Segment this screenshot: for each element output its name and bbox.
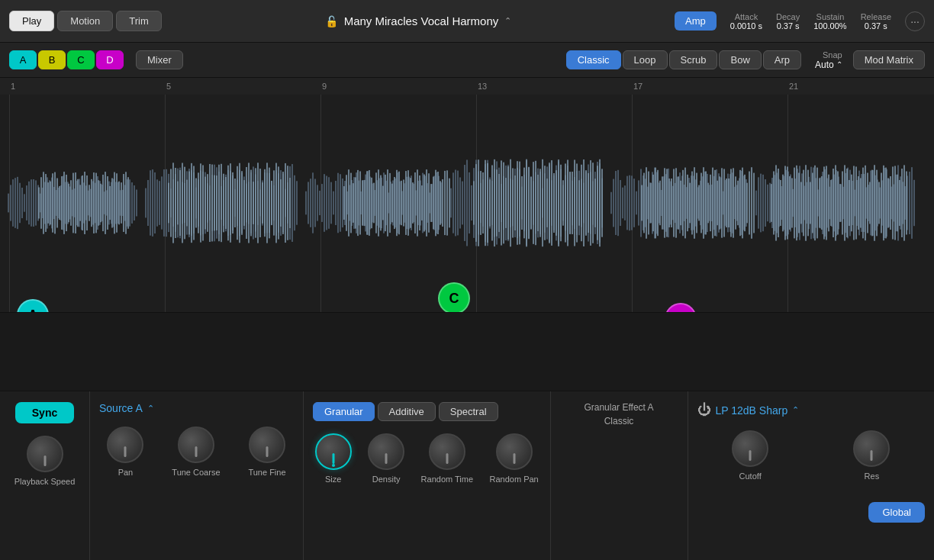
tune-coarse-label: Tune Coarse xyxy=(172,468,220,477)
size-knob[interactable] xyxy=(315,433,352,470)
random-pan-knob[interactable] xyxy=(496,433,533,470)
playback-speed-knob[interactable] xyxy=(27,436,63,472)
zone-tab-b[interactable]: B xyxy=(38,50,66,69)
density-group: Density xyxy=(368,433,404,484)
zone-tab-a[interactable]: A xyxy=(9,50,37,69)
play-button[interactable]: Play xyxy=(9,11,54,31)
granular-knobs: Size Density Random Time Random Pan xyxy=(313,433,541,484)
source-header: Source A ⌃ xyxy=(99,402,294,414)
granular-tabs: Granular Additive Spectral xyxy=(313,402,541,421)
playback-speed-group: Playback Speed xyxy=(14,436,76,486)
preset-name: Many Miracles Vocal Harmony xyxy=(344,14,499,27)
tune-fine-label: Tune Fine xyxy=(248,468,285,477)
mode-tab-arp[interactable]: Arp xyxy=(763,50,801,69)
pan-knob[interactable] xyxy=(107,426,143,463)
top-toolbar: Play Motion Trim 🔓 Many Miracles Vocal H… xyxy=(0,0,934,43)
tune-coarse-group: Tune Coarse xyxy=(172,426,220,477)
release-value[interactable]: 0.37 s xyxy=(865,21,887,31)
zone-tabs: A B C D xyxy=(9,50,124,69)
title-section: 🔓 Many Miracles Vocal Harmony ⌃ xyxy=(168,14,668,27)
filter-dropdown-arrow[interactable]: ⌃ xyxy=(792,405,799,415)
transport-controls: Play Motion Trim xyxy=(9,11,162,31)
zone-tab-d[interactable]: D xyxy=(96,50,124,69)
effect-section: Granular Effect A Classic xyxy=(551,391,688,560)
motion-button[interactable]: Motion xyxy=(57,11,113,31)
snap-label: Snap xyxy=(823,50,842,60)
pan-group: Pan xyxy=(107,426,143,477)
sync-section: Sync Playback Speed xyxy=(0,391,90,560)
sustain-param: Sustain 100.00% xyxy=(813,12,846,31)
density-label: Density xyxy=(372,475,401,484)
cutoff-label: Cutoff xyxy=(739,471,762,481)
waveform-area: A B C D xyxy=(0,78,934,313)
source-section: Source A ⌃ Pan Tune Coarse Tune Fine xyxy=(90,391,304,560)
release-param: Release 0.37 s xyxy=(861,12,891,31)
filter-knobs: Cutoff Res xyxy=(697,430,926,481)
mod-matrix-button[interactable]: Mod Matrix xyxy=(853,50,925,69)
effect-title-line2: Classic xyxy=(604,416,634,426)
snap-group: Snap Auto ⌃ xyxy=(815,50,842,70)
source-knobs: Pan Tune Coarse Tune Fine xyxy=(99,426,294,477)
random-pan-label: Random Pan xyxy=(490,475,539,484)
release-label: Release xyxy=(861,12,891,21)
mode-tab-loop[interactable]: Loop xyxy=(623,50,668,69)
source-title: Source A xyxy=(99,402,143,414)
attack-value[interactable]: 0.0010 s xyxy=(730,21,762,31)
density-knob[interactable] xyxy=(368,433,404,470)
mode-tab-scrub[interactable]: Scrub xyxy=(669,50,718,69)
zone-tab-c[interactable]: C xyxy=(67,50,95,69)
mode-tab-bow[interactable]: Bow xyxy=(719,50,761,69)
effect-title-line1: Granular Effect A xyxy=(584,402,653,413)
cutoff-group: Cutoff xyxy=(732,430,768,481)
decay-param: Decay 0.37 s xyxy=(776,12,800,31)
right-params: Amp Attack 0.0010 s Decay 0.37 s Sustain… xyxy=(675,11,925,31)
gran-tab-spectral[interactable]: Spectral xyxy=(439,402,498,421)
more-options-button[interactable]: ··· xyxy=(905,11,925,31)
sustain-value[interactable]: 100.00% xyxy=(813,21,846,31)
trim-button[interactable]: Trim xyxy=(116,11,162,31)
lock-icon[interactable]: 🔓 xyxy=(325,15,338,27)
filter-header: ⏻ LP 12dB Sharp ⌃ xyxy=(697,402,926,418)
waveform-canvas xyxy=(0,78,934,313)
random-time-group: Random Time xyxy=(421,433,473,484)
cutoff-knob[interactable] xyxy=(732,430,768,467)
res-label: Res xyxy=(865,471,880,481)
size-group: Size xyxy=(315,433,352,484)
mode-tabs: Classic Loop Scrub Bow Arp xyxy=(566,50,801,69)
sync-button[interactable]: Sync xyxy=(15,402,74,423)
zone-marker-c[interactable]: C xyxy=(438,282,470,313)
attack-param: Attack 0.0010 s xyxy=(730,12,762,31)
random-pan-group: Random Pan xyxy=(490,433,539,484)
power-icon[interactable]: ⏻ xyxy=(697,402,711,418)
mixer-tab[interactable]: Mixer xyxy=(136,50,183,69)
pan-label: Pan xyxy=(118,468,134,477)
tune-coarse-knob[interactable] xyxy=(178,426,214,463)
tune-fine-group: Tune Fine xyxy=(248,426,285,477)
amp-button[interactable]: Amp xyxy=(675,11,717,31)
decay-value[interactable]: 0.37 s xyxy=(777,21,800,31)
sustain-label: Sustain xyxy=(816,12,845,21)
gran-tab-granular[interactable]: Granular xyxy=(313,402,375,421)
gran-tab-additive[interactable]: Additive xyxy=(378,402,436,421)
res-group: Res xyxy=(853,430,890,481)
attack-label: Attack xyxy=(735,12,758,21)
mode-tab-classic[interactable]: Classic xyxy=(566,50,621,69)
decay-label: Decay xyxy=(776,12,800,21)
tab-bar: A B C D Mixer Classic Loop Scrub Bow Arp… xyxy=(0,43,934,78)
global-button[interactable]: Global xyxy=(868,502,925,523)
playback-speed-label: Playback Speed xyxy=(14,477,76,486)
snap-value[interactable]: Auto ⌃ xyxy=(815,60,842,70)
random-time-label: Random Time xyxy=(421,475,473,484)
filter-title: LP 12dB Sharp xyxy=(716,404,788,417)
random-time-knob[interactable] xyxy=(429,433,465,470)
source-dropdown-arrow[interactable]: ⌃ xyxy=(147,404,154,414)
size-label: Size xyxy=(325,475,341,484)
granular-section: Granular Additive Spectral Size Density … xyxy=(304,391,551,560)
tune-fine-knob[interactable] xyxy=(249,426,285,463)
preset-dropdown-arrow[interactable]: ⌃ xyxy=(504,16,511,26)
bottom-panel: Sync Playback Speed Source A ⌃ Pan Tune … xyxy=(0,391,934,560)
filter-section: ⏻ LP 12dB Sharp ⌃ Cutoff Res Global xyxy=(688,391,935,560)
res-knob[interactable] xyxy=(853,430,890,467)
